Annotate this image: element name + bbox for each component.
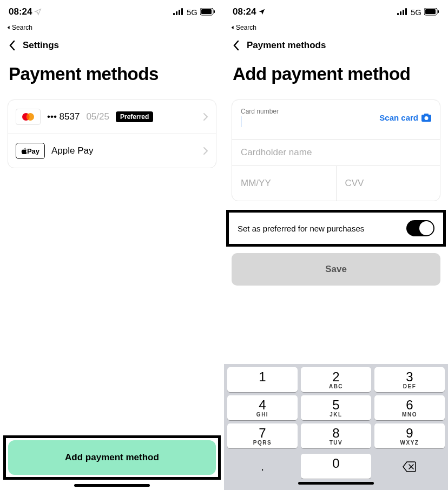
- key-3[interactable]: 3DEF: [374, 367, 445, 392]
- back-triangle-icon: [6, 25, 11, 30]
- numeric-keypad: 12ABC3DEF4GHI5JKL6MNO7PQRS8TUV9WXYZ . 0: [224, 364, 448, 490]
- breadcrumb[interactable]: Search: [224, 24, 448, 35]
- mastercard-icon: [16, 109, 41, 125]
- breadcrumb-label: Search: [236, 24, 256, 31]
- key-2[interactable]: 2ABC: [301, 367, 371, 392]
- key-7[interactable]: 7PQRS: [227, 423, 298, 448]
- key-6[interactable]: 6MNO: [374, 395, 445, 420]
- key-4[interactable]: 4GHI: [227, 395, 298, 420]
- signal-icon: [397, 8, 408, 16]
- clock: 08:24: [233, 6, 256, 17]
- svg-rect-9: [397, 13, 399, 15]
- svg-rect-3: [181, 8, 183, 15]
- svg-rect-12: [405, 8, 407, 15]
- card-number-field[interactable]: Card number Scan card: [232, 100, 440, 139]
- chevron-right-icon: [203, 112, 208, 121]
- battery-icon: [424, 8, 439, 16]
- status-bar: 08:24 5G: [0, 0, 224, 24]
- add-payment-button[interactable]: Add payment method: [8, 440, 216, 475]
- svg-rect-17: [424, 114, 429, 116]
- svg-rect-2: [179, 10, 180, 15]
- battery-icon: [200, 8, 215, 16]
- breadcrumb[interactable]: Search: [0, 24, 224, 35]
- highlight-box: Set as preferred for new purchases: [226, 210, 446, 247]
- svg-rect-0: [173, 13, 175, 15]
- chevron-left-icon: [9, 40, 15, 51]
- expiry-field[interactable]: MM/YY: [232, 165, 336, 201]
- network-label: 5G: [187, 8, 197, 17]
- status-bar: 08:24 5G: [224, 0, 448, 24]
- payment-row-applepay[interactable]: Pay Apple Pay: [8, 134, 216, 168]
- nav-back-label: Payment methods: [247, 40, 326, 51]
- save-button[interactable]: Save: [232, 253, 440, 286]
- applepay-label: Apple Pay: [51, 145, 94, 156]
- location-icon: [258, 8, 266, 16]
- nav-back[interactable]: Settings: [0, 35, 224, 54]
- cvv-field[interactable]: CVV: [336, 165, 440, 201]
- camera-icon: [421, 114, 431, 122]
- backspace-icon: [403, 461, 417, 472]
- add-payment-screen: 08:24 5G Search Payment methods Add paym…: [224, 0, 448, 490]
- text-cursor: [241, 116, 241, 127]
- svg-rect-5: [201, 9, 212, 14]
- scan-card-button[interactable]: Scan card: [379, 113, 431, 122]
- nav-back[interactable]: Payment methods: [224, 35, 448, 54]
- nav-back-label: Settings: [23, 40, 59, 51]
- toggle-label: Set as preferred for new purchases: [238, 224, 364, 233]
- svg-point-18: [425, 116, 429, 120]
- network-label: 5G: [411, 8, 421, 17]
- payment-list: ••• 8537 05/25 Preferred Pay Apple Pay: [8, 100, 216, 168]
- preferred-toggle[interactable]: [406, 220, 434, 236]
- card-form: Card number Scan card Cardholder name MM…: [232, 100, 440, 201]
- key-1[interactable]: 1: [227, 367, 298, 392]
- home-indicator[interactable]: [298, 482, 374, 485]
- chevron-right-icon: [203, 147, 208, 155]
- key-5[interactable]: 5JKL: [301, 395, 371, 420]
- payment-row-card[interactable]: ••• 8537 05/25 Preferred: [8, 100, 216, 134]
- preferred-toggle-row: Set as preferred for new purchases: [231, 215, 441, 242]
- key-9[interactable]: 9WXYZ: [374, 423, 445, 448]
- key-backspace[interactable]: [374, 454, 445, 479]
- card-mask: ••• 8537: [47, 111, 80, 122]
- location-icon: [34, 8, 42, 16]
- home-indicator[interactable]: [74, 484, 150, 487]
- chevron-left-icon: [233, 40, 239, 51]
- breadcrumb-label: Search: [12, 24, 32, 31]
- key-dot[interactable]: .: [227, 454, 298, 479]
- card-expiry: 05/25: [86, 111, 109, 122]
- payment-methods-screen: 08:24 5G Search Settings Payment methods…: [0, 0, 224, 490]
- signal-icon: [173, 8, 184, 16]
- back-triangle-icon: [230, 25, 235, 30]
- cardholder-name-field[interactable]: Cardholder name: [232, 139, 440, 165]
- preferred-badge: Preferred: [116, 111, 153, 122]
- clock: 08:24: [9, 6, 32, 17]
- svg-rect-10: [400, 11, 401, 15]
- svg-rect-14: [425, 9, 436, 14]
- key-0[interactable]: 0: [301, 454, 371, 479]
- key-8[interactable]: 8TUV: [301, 423, 371, 448]
- applepay-icon: Pay: [16, 143, 45, 159]
- highlight-box: Add payment method: [3, 435, 221, 480]
- svg-rect-6: [214, 10, 215, 13]
- svg-rect-11: [403, 10, 404, 15]
- svg-rect-1: [176, 11, 177, 15]
- page-title: Add payment method: [224, 54, 448, 94]
- svg-rect-15: [438, 10, 439, 13]
- page-title: Payment methods: [0, 54, 224, 94]
